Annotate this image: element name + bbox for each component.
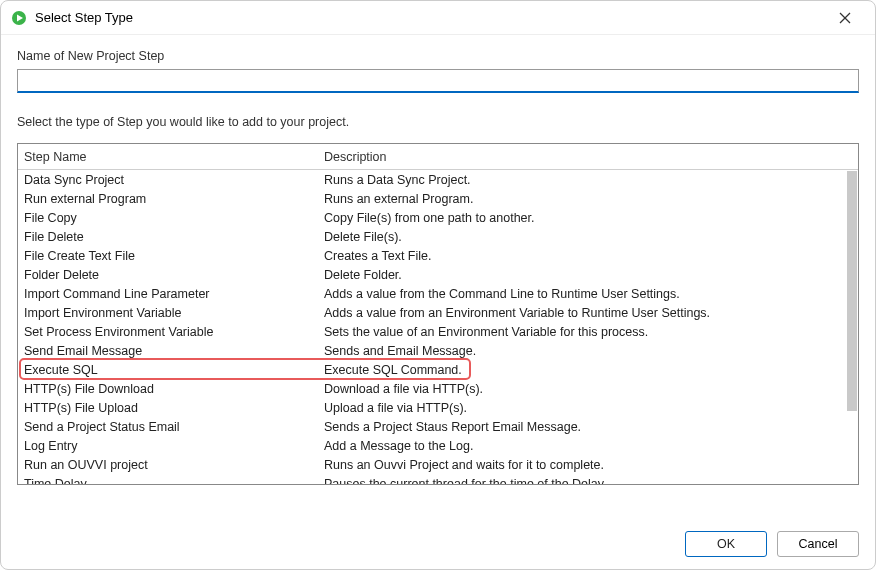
row-step-name: HTTP(s) File Upload: [18, 401, 318, 415]
row-step-name: File Create Text File: [18, 249, 318, 263]
row-description: Add a Message to the Log.: [318, 439, 858, 453]
close-button[interactable]: [825, 3, 865, 33]
table-body: Data Sync ProjectRuns a Data Sync Projec…: [18, 170, 858, 485]
table-row[interactable]: Data Sync ProjectRuns a Data Sync Projec…: [18, 170, 858, 189]
table-row[interactable]: Import Environment VariableAdds a value …: [18, 303, 858, 322]
titlebar: Select Step Type: [1, 1, 875, 35]
table-row[interactable]: Folder DeleteDelete Folder.: [18, 265, 858, 284]
row-description: Runs an external Program.: [318, 192, 858, 206]
row-description: Sends and Email Message.: [318, 344, 858, 358]
row-step-name: Set Process Environment Variable: [18, 325, 318, 339]
row-step-name: Run external Program: [18, 192, 318, 206]
table-row[interactable]: File Create Text FileCreates a Text File…: [18, 246, 858, 265]
row-step-name: Time Delay: [18, 477, 318, 486]
table-row[interactable]: HTTP(s) File DownloadDownload a file via…: [18, 379, 858, 398]
scrollbar-thumb[interactable]: [847, 171, 857, 411]
row-description: Adds a value from the Command Line to Ru…: [318, 287, 858, 301]
row-description: Runs an Ouvvi Project and waits for it t…: [318, 458, 858, 472]
table-row[interactable]: Import Command Line ParameterAdds a valu…: [18, 284, 858, 303]
row-step-name: Log Entry: [18, 439, 318, 453]
table-row[interactable]: HTTP(s) File UploadUpload a file via HTT…: [18, 398, 858, 417]
table-row[interactable]: Run external ProgramRuns an external Pro…: [18, 189, 858, 208]
app-icon: [11, 10, 27, 26]
table-header: Step Name Description: [18, 144, 858, 170]
step-type-table: Step Name Description Data Sync ProjectR…: [17, 143, 859, 485]
row-description: Copy File(s) from one path to another.: [318, 211, 858, 225]
row-step-name: File Copy: [18, 211, 318, 225]
table-row[interactable]: Send a Project Status EmailSends a Proje…: [18, 417, 858, 436]
table-row[interactable]: Run an OUVVI projectRuns an Ouvvi Projec…: [18, 455, 858, 474]
ok-button[interactable]: OK: [685, 531, 767, 557]
row-step-name: Execute SQL: [18, 363, 318, 377]
dialog-footer: OK Cancel: [685, 531, 859, 557]
column-header-description[interactable]: Description: [318, 150, 840, 164]
row-step-name: Folder Delete: [18, 268, 318, 282]
row-description: Upload a file via HTTP(s).: [318, 401, 858, 415]
step-name-input[interactable]: [17, 69, 859, 93]
cancel-button[interactable]: Cancel: [777, 531, 859, 557]
table-row[interactable]: Execute SQLExecute SQL Command.: [18, 360, 858, 379]
row-description: Runs a Data Sync Project.: [318, 173, 858, 187]
row-description: Delete File(s).: [318, 230, 858, 244]
row-step-name: File Delete: [18, 230, 318, 244]
row-step-name: Run an OUVVI project: [18, 458, 318, 472]
row-description: Delete Folder.: [318, 268, 858, 282]
row-step-name: Data Sync Project: [18, 173, 318, 187]
row-step-name: Send Email Message: [18, 344, 318, 358]
table-row[interactable]: Send Email MessageSends and Email Messag…: [18, 341, 858, 360]
instruction-text: Select the type of Step you would like t…: [17, 115, 859, 129]
row-description: Sets the value of an Environment Variabl…: [318, 325, 858, 339]
table-row[interactable]: Log EntryAdd a Message to the Log.: [18, 436, 858, 455]
table-row[interactable]: File DeleteDelete File(s).: [18, 227, 858, 246]
table-row[interactable]: File CopyCopy File(s) from one path to a…: [18, 208, 858, 227]
row-step-name: Import Command Line Parameter: [18, 287, 318, 301]
row-description: Sends a Project Staus Report Email Messa…: [318, 420, 858, 434]
row-description: Execute SQL Command.: [318, 363, 858, 377]
window-title: Select Step Type: [35, 10, 825, 25]
name-label: Name of New Project Step: [17, 49, 859, 63]
row-description: Pauses the current thread for the time o…: [318, 477, 858, 486]
row-description: Download a file via HTTP(s).: [318, 382, 858, 396]
table-row[interactable]: Time DelayPauses the current thread for …: [18, 474, 858, 485]
row-description: Creates a Text File.: [318, 249, 858, 263]
dialog-content: Name of New Project Step Select the type…: [1, 35, 875, 485]
row-description: Adds a value from an Environment Variabl…: [318, 306, 858, 320]
table-row[interactable]: Set Process Environment VariableSets the…: [18, 322, 858, 341]
row-step-name: Import Environment Variable: [18, 306, 318, 320]
row-step-name: Send a Project Status Email: [18, 420, 318, 434]
column-header-name[interactable]: Step Name: [18, 150, 318, 164]
row-step-name: HTTP(s) File Download: [18, 382, 318, 396]
